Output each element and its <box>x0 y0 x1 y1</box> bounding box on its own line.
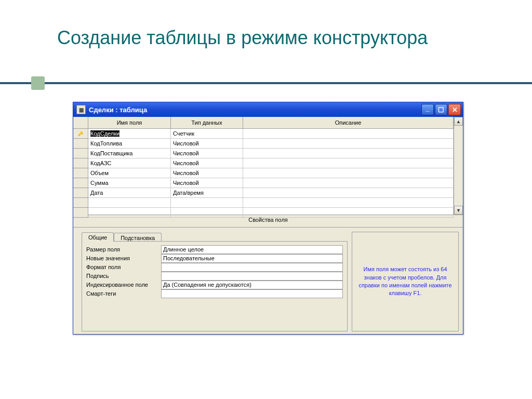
property-label: Смарт-теги <box>86 290 161 297</box>
title-rule <box>0 82 532 84</box>
table-row[interactable]: Сумма Числовой <box>73 178 454 188</box>
table-row[interactable] <box>73 208 454 218</box>
description-cell[interactable] <box>243 158 454 168</box>
table-row[interactable]: КодПоставщика Числовой <box>73 149 454 158</box>
property-value[interactable]: Длинное целое <box>161 245 343 254</box>
col-description[interactable]: Описание <box>243 117 454 129</box>
field-table[interactable]: Имя поля Тип данных Описание КодСделки С… <box>73 117 454 218</box>
data-type-cell[interactable]: Числовой <box>171 149 243 158</box>
field-name-cell[interactable]: КодСделки <box>90 130 119 137</box>
table-row[interactable]: Объем Числовой <box>73 168 454 178</box>
table-row[interactable]: КодАЗС Числовой <box>73 158 454 168</box>
description-cell[interactable] <box>243 178 454 188</box>
table-row[interactable]: КодТоплива Числовой <box>73 139 454 149</box>
scroll-down-button[interactable]: ▼ <box>454 206 463 215</box>
property-row: Индексированное поле Да (Совпадения не д… <box>86 280 343 289</box>
scroll-up-button[interactable]: ▲ <box>454 117 463 126</box>
field-name-cell[interactable]: КодПоставщика <box>88 149 171 158</box>
property-row: Смарт-теги <box>86 289 343 298</box>
titlebar[interactable]: ▦ Сделки : таблица _ ☐ ✕ <box>73 102 463 117</box>
scroll-track[interactable] <box>454 126 463 206</box>
property-label: Новые значения <box>86 255 161 261</box>
property-value[interactable] <box>161 289 343 298</box>
data-type-cell[interactable] <box>171 198 243 208</box>
row-selector[interactable] <box>73 139 88 149</box>
row-selector[interactable] <box>73 149 88 158</box>
property-row: Новые значения Последовательные <box>86 254 343 262</box>
data-type-cell[interactable] <box>171 208 243 218</box>
field-name-cell[interactable]: Объем <box>88 168 171 178</box>
data-type-cell[interactable]: Числовой <box>171 178 243 188</box>
row-selector[interactable] <box>73 198 88 208</box>
vertical-scrollbar[interactable]: ▲ ▼ <box>454 117 463 215</box>
minimize-button[interactable]: _ <box>421 104 434 115</box>
property-value[interactable]: Да (Совпадения не допускаются) <box>161 281 343 289</box>
row-selector[interactable] <box>73 168 88 178</box>
primary-key-icon <box>77 130 84 137</box>
table-row[interactable] <box>73 198 454 208</box>
row-selector[interactable] <box>73 188 88 198</box>
tab-general[interactable]: Общие <box>82 232 114 242</box>
row-selector[interactable] <box>73 158 88 168</box>
field-name-cell[interactable]: Сумма <box>88 178 171 188</box>
field-properties-pane: Общие Подстановка Размер поля Длинное це… <box>73 228 463 336</box>
col-selector[interactable] <box>73 117 88 129</box>
property-row: Размер поля Длинное целое <box>86 245 343 254</box>
property-label: Размер поля <box>86 246 161 252</box>
data-type-cell[interactable]: Числовой <box>171 139 243 149</box>
table-row[interactable]: Дата Дата/время <box>73 188 454 198</box>
row-selector[interactable] <box>73 208 88 218</box>
context-help-pane: Имя поля может состоять из 64 знаков с у… <box>352 232 459 331</box>
property-value[interactable] <box>161 272 343 281</box>
property-row: Подпись <box>86 271 343 280</box>
description-cell[interactable] <box>243 168 454 178</box>
property-row: Формат поля <box>86 262 343 271</box>
table-row[interactable]: КодСделки Счетчик <box>73 129 454 139</box>
tab-panel-general: Размер поля Длинное целое Новые значения… <box>82 241 348 331</box>
field-name-cell[interactable]: Дата <box>88 188 171 198</box>
property-label: Индексированное поле <box>86 282 161 288</box>
description-cell[interactable] <box>243 129 454 139</box>
property-value[interactable] <box>161 263 343 272</box>
window-title: Сделки : таблица <box>89 106 147 114</box>
title-bullet <box>31 76 45 90</box>
slide-title: Создание таблицы в режиме конструктора <box>57 26 428 49</box>
field-grid: Имя поля Тип данных Описание КодСделки С… <box>73 117 463 215</box>
description-cell[interactable] <box>243 208 454 218</box>
row-selector[interactable] <box>73 129 88 139</box>
col-field-name[interactable]: Имя поля <box>88 117 171 129</box>
property-value[interactable]: Последовательные <box>161 254 343 263</box>
property-label: Подпись <box>86 273 161 279</box>
field-name-cell[interactable]: КодТоплива <box>88 139 171 149</box>
field-name-cell[interactable]: КодАЗС <box>88 158 171 168</box>
maximize-button[interactable]: ☐ <box>435 104 447 115</box>
access-designer-window: ▦ Сделки : таблица _ ☐ ✕ Имя поля Тип да… <box>73 102 463 335</box>
data-type-cell[interactable]: Числовой <box>171 168 243 178</box>
description-cell[interactable] <box>243 139 454 149</box>
data-type-cell[interactable]: Счетчик <box>171 129 243 139</box>
col-data-type[interactable]: Тип данных <box>171 117 243 129</box>
property-label: Формат поля <box>86 264 161 270</box>
description-cell[interactable] <box>243 188 454 198</box>
row-selector[interactable] <box>73 178 88 188</box>
field-name-cell[interactable] <box>88 208 171 218</box>
table-icon: ▦ <box>76 105 86 114</box>
data-type-cell[interactable]: Числовой <box>171 158 243 168</box>
help-text: Имя поля может состоять из 64 знаков с у… <box>358 265 452 298</box>
data-type-cell[interactable]: Дата/время <box>171 188 243 198</box>
description-cell[interactable] <box>243 149 454 158</box>
description-cell[interactable] <box>243 198 454 208</box>
field-name-cell[interactable] <box>88 198 171 208</box>
close-button[interactable]: ✕ <box>448 104 461 115</box>
